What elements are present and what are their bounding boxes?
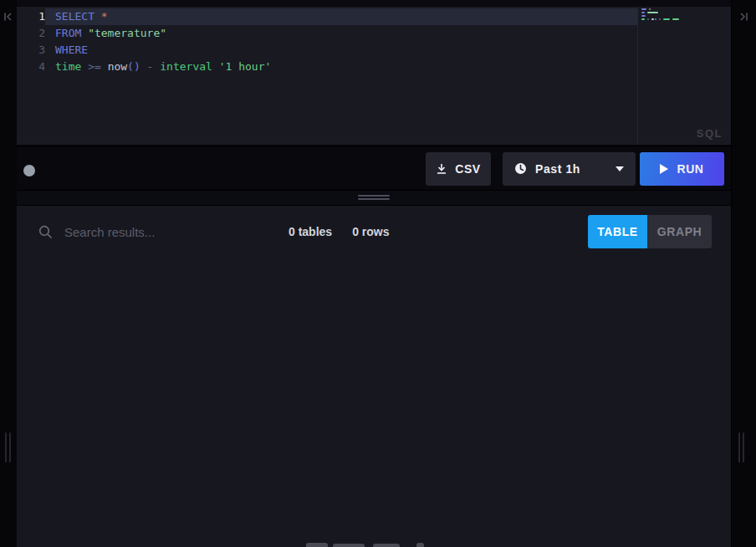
search-icon <box>38 225 53 239</box>
play-icon <box>660 164 668 174</box>
tab-table[interactable]: TABLE <box>588 215 647 248</box>
clipped-bottom-element <box>333 544 365 547</box>
clock-icon <box>514 162 527 175</box>
time-range-value: Past 1h <box>535 162 580 176</box>
results-panel: 0 tables 0 rows TABLE GRAPH <box>17 206 731 547</box>
editor-line[interactable]: 3WHERE <box>17 42 637 59</box>
editor-line[interactable]: 4time >= now() - interval '1 hour' <box>17 59 637 75</box>
chevron-down-icon <box>616 166 624 171</box>
code-minimap[interactable] <box>641 8 680 22</box>
view-toggle: TABLE GRAPH <box>588 215 712 248</box>
app-window: 1SELECT *2FROM "temerature"3WHERE4time >… <box>0 0 756 547</box>
query-toolbar: CSV Past 1h RUN <box>17 147 731 190</box>
line-number: 3 <box>17 42 45 59</box>
language-label: SQL <box>697 127 723 140</box>
left-rail <box>0 0 17 547</box>
line-number: 4 <box>17 59 45 75</box>
csv-download-button[interactable]: CSV <box>426 152 491 186</box>
code-text: FROM "temerature" <box>45 25 637 42</box>
panel-splitter <box>17 190 731 206</box>
csv-button-label: CSV <box>455 162 481 176</box>
run-query-button[interactable]: RUN <box>640 152 724 186</box>
right-rail <box>731 0 756 547</box>
clipped-bottom-element <box>373 544 400 547</box>
code-text: time >= now() - interval '1 hour' <box>45 59 637 75</box>
download-icon <box>436 163 447 175</box>
code-text: WHERE <box>45 42 637 59</box>
rows-count: 0 rows <box>352 225 389 238</box>
collapse-right-icon[interactable] <box>737 10 750 23</box>
clipped-bottom-element <box>416 543 424 547</box>
search-results-input[interactable] <box>64 225 265 239</box>
time-range-dropdown[interactable]: Past 1h <box>503 152 636 186</box>
editor-line[interactable]: 2FROM "temerature" <box>17 25 637 42</box>
sql-editor: 1SELECT *2FROM "temerature"3WHERE4time >… <box>17 0 731 146</box>
results-header: 0 tables 0 rows TABLE GRAPH <box>17 206 731 258</box>
status-indicator <box>23 165 35 176</box>
line-number: 1 <box>17 8 45 25</box>
code-pane[interactable]: 1SELECT *2FROM "temerature"3WHERE4time >… <box>17 7 637 145</box>
editor-line[interactable]: 1SELECT * <box>17 8 637 25</box>
drag-handle-icon[interactable] <box>358 195 390 202</box>
clipped-bottom-element <box>306 543 328 547</box>
left-panel-drag-handle[interactable] <box>5 432 11 463</box>
tables-count: 0 tables <box>289 225 332 238</box>
line-number: 2 <box>17 25 45 42</box>
right-panel-drag-handle[interactable] <box>738 432 744 463</box>
minimap-pane: SQL <box>638 7 731 145</box>
search-box <box>38 225 265 239</box>
run-button-label: RUN <box>677 162 703 176</box>
tab-graph[interactable]: GRAPH <box>647 215 712 248</box>
code-text: SELECT * <box>45 8 637 25</box>
collapse-left-icon[interactable] <box>2 10 15 23</box>
